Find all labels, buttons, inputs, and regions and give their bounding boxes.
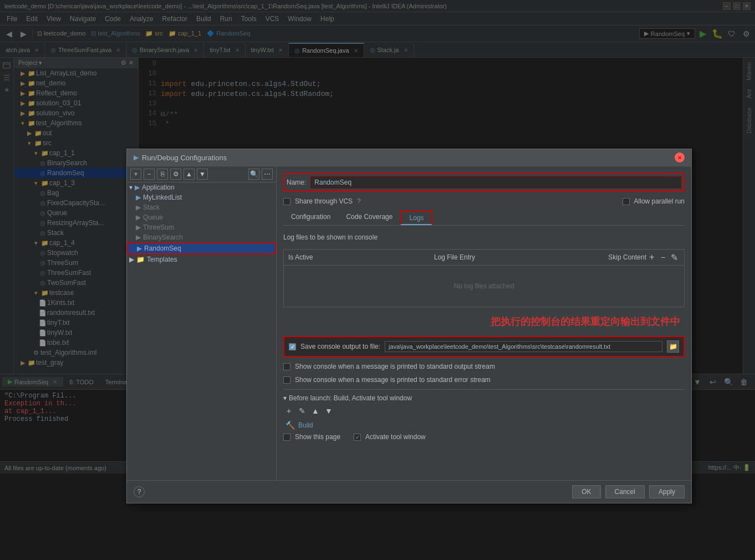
name-row: Name: — [283, 173, 685, 192]
dlg-tree-label-application: Application — [142, 184, 175, 191]
allow-parallel-label: Allow parallel run — [634, 197, 685, 205]
dlg-tree-label-threesum: ThreeSum — [143, 223, 174, 231]
dlg-app-icon-queue: ▶ — [136, 213, 141, 221]
ok-button[interactable]: OK — [572, 485, 600, 498]
share-row: Share through VCS ? Allow parallel run — [283, 197, 685, 205]
name-field-label: Name: — [287, 179, 306, 186]
dlg-tree-label-binarysearch: BinarySearch — [143, 233, 183, 241]
edit-log-button[interactable]: ✎ — [669, 252, 680, 263]
activate-tool-checkbox[interactable] — [354, 434, 361, 441]
before-launch-label: Before launch: Build, Activate tool wind… — [289, 394, 412, 402]
dlg-tree-label-mylinkedlist: MyLinkedList — [143, 194, 182, 201]
build-item: 🔨 Build — [283, 420, 685, 431]
dialog-overlay: ▶ Run/Debug Configurations ✕ + − ⎘ ⚙ ▲ ▼… — [0, 0, 755, 560]
dialog-left-toolbar: + − ⎘ ⚙ ▲ ▼ 🔍 ⋯ — [127, 166, 276, 182]
filter-config-button[interactable]: 🔍 — [248, 169, 259, 180]
dlg-app-icon: ▶ — [135, 184, 140, 191]
copy-config-button[interactable]: ⎘ — [157, 169, 168, 180]
save-console-checkbox[interactable] — [289, 343, 296, 350]
dlg-app-icon-threesum: ▶ — [136, 223, 141, 231]
show-stdout-label: Show console when a message is printed t… — [295, 363, 495, 370]
dlg-tree-mylinkedlist[interactable]: ▶ MyLinkedList — [127, 192, 276, 202]
dlg-tree-label-randomseq: RandomSeq — [144, 245, 181, 252]
apply-button[interactable]: Apply — [649, 485, 685, 498]
dlg-tree-threesum[interactable]: ▶ ThreeSum — [127, 222, 276, 232]
down-launch-button[interactable]: ▼ — [323, 405, 334, 416]
before-launch-title: ▾ Before launch: Build, Activate tool wi… — [283, 394, 685, 402]
help-icon[interactable]: ? — [357, 197, 361, 205]
add-launch-button[interactable]: + — [283, 405, 294, 416]
save-console-path-input[interactable] — [385, 341, 662, 352]
dlg-tree-templates[interactable]: ▶ 📁 Templates — [127, 254, 276, 264]
activate-tool-label: Activate tool window — [365, 433, 426, 441]
help-button[interactable]: ? — [134, 486, 145, 497]
show-page-checkbox[interactable] — [283, 434, 290, 441]
show-console-stderr-row: Show console when a message is printed t… — [283, 376, 685, 384]
dlg-tree-application[interactable]: ▾ ▶ Application — [127, 182, 276, 192]
logs-table-header: Is Active Log File Entry Skip Content + … — [284, 250, 684, 266]
before-launch-section: ▾ Before launch: Build, Activate tool wi… — [283, 389, 685, 441]
launch-toolbar: + ✎ ▲ ▼ — [283, 405, 685, 416]
up-launch-button[interactable]: ▲ — [310, 405, 321, 416]
allow-parallel-checkbox[interactable] — [623, 198, 630, 205]
col-log-file-entry: Log File Entry — [434, 253, 580, 261]
dialog-body: + − ⎘ ⚙ ▲ ▼ 🔍 ⋯ ▾ ▶ Application — [127, 166, 691, 480]
down-config-button[interactable]: ▼ — [197, 169, 208, 180]
build-icon: 🔨 — [285, 421, 295, 430]
dlg-app-icon-ml: ▶ — [136, 194, 141, 201]
cancel-button[interactable]: Cancel — [605, 485, 645, 498]
dlg-tree-label-templates: Templates — [147, 256, 177, 263]
dlg-templates-icon: 📁 — [136, 256, 145, 263]
add-log-button[interactable]: + — [646, 252, 657, 263]
show-page-label: Show this page — [295, 433, 340, 441]
annotation-text: 把执行的控制台的结果重定向输出到文件中 — [283, 313, 685, 330]
tab-code-coverage[interactable]: Code Coverage — [338, 211, 400, 225]
tab-logs[interactable]: Logs — [400, 211, 432, 225]
dlg-tree-binarysearch[interactable]: ▶ BinarySearch — [127, 232, 276, 242]
remove-log-button[interactable]: − — [657, 252, 669, 263]
col-is-active: Is Active — [288, 253, 434, 261]
logs-title: Log files to be shown in console — [283, 231, 685, 243]
show-stderr-label: Show console when a message is printed t… — [295, 376, 491, 384]
dlg-expand-app-icon: ▾ — [129, 184, 132, 191]
remove-config-button[interactable]: − — [144, 169, 155, 180]
share-vcs-label: Share through VCS — [295, 197, 353, 205]
dlg-tree-label-stack: Stack — [143, 203, 160, 211]
save-console-label: Save console output to file: — [300, 343, 380, 350]
show-stderr-checkbox[interactable] — [283, 376, 290, 384]
save-console-row: Save console output to file: 📁 — [283, 336, 685, 357]
dialog-title-text: Run/Debug Configurations — [142, 154, 227, 162]
dlg-app-icon-randomseq: ▶ — [137, 245, 142, 252]
dlg-tree-queue[interactable]: ▶ Queue — [127, 212, 276, 222]
show-console-stdout-row: Show console when a message is printed t… — [283, 363, 685, 370]
dialog-titlebar: ▶ Run/Debug Configurations ✕ — [127, 149, 691, 166]
dlg-tree-label-queue: Queue — [143, 213, 163, 221]
logs-empty-text: No log files attached — [284, 266, 684, 307]
share-vcs-checkbox[interactable] — [283, 198, 290, 205]
edit-launch-button[interactable]: ✎ — [297, 405, 308, 416]
logs-table: Is Active Log File Entry Skip Content + … — [283, 249, 685, 307]
settings-config-button[interactable]: ⚙ — [170, 169, 181, 180]
browse-button[interactable]: 📁 — [667, 340, 679, 353]
dlg-app-icon-bsearch: ▶ — [136, 233, 141, 241]
show-page-row: Show this page Activate tool window — [283, 433, 685, 441]
show-stdout-checkbox[interactable] — [283, 363, 290, 370]
name-input[interactable] — [310, 176, 681, 189]
dialog-close-button[interactable]: ✕ — [675, 152, 685, 162]
build-label: Build — [298, 421, 313, 429]
add-config-button[interactable]: + — [130, 169, 141, 180]
expand-config-button[interactable]: ⋯ — [262, 169, 273, 180]
dialog-footer: ? OK Cancel Apply — [127, 480, 691, 503]
run-debug-dialog: ▶ Run/Debug Configurations ✕ + − ⎘ ⚙ ▲ ▼… — [126, 149, 692, 503]
dlg-tree-randomseq[interactable]: ▶ RandomSeq — [127, 242, 276, 254]
config-tabs: Configuration Code Coverage Logs — [283, 211, 685, 226]
dlg-app-icon-stack: ▶ — [136, 203, 141, 211]
up-config-button[interactable]: ▲ — [183, 169, 195, 180]
dialog-right-panel: Name: Share through VCS ? Allow parallel… — [277, 166, 691, 480]
expand-before-launch-icon[interactable]: ▾ — [283, 394, 287, 402]
dlg-tree-stack[interactable]: ▶ Stack — [127, 202, 276, 212]
tab-configuration[interactable]: Configuration — [283, 211, 338, 225]
dialog-left-panel: + − ⎘ ⚙ ▲ ▼ 🔍 ⋯ ▾ ▶ Application — [127, 166, 277, 480]
col-skip-content: Skip Content — [580, 253, 646, 261]
dlg-expand-templates-icon: ▶ — [129, 256, 134, 263]
